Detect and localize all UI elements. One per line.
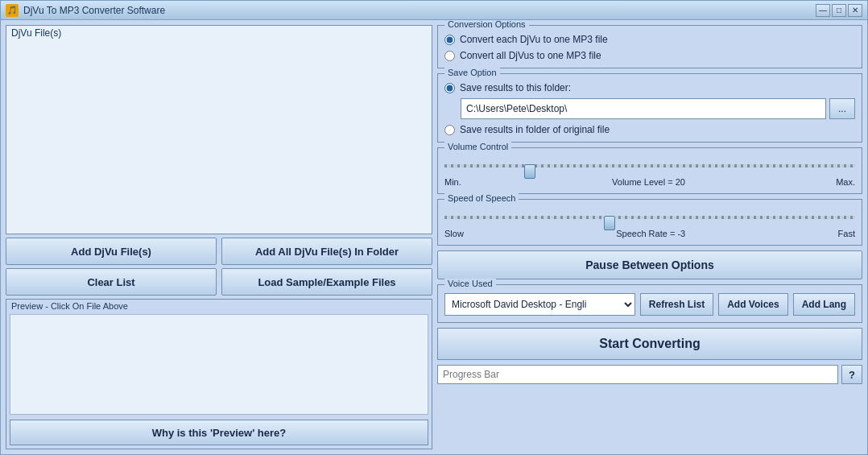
save-option-1-row: Save results to this folder:	[444, 82, 855, 93]
volume-control-section: Volume Control Min. Volume Level = 20 Ma…	[437, 147, 862, 194]
add-voices-button[interactable]: Add Voices	[718, 293, 787, 316]
speech-track	[444, 209, 855, 225]
file-list-label: DjVu File(s)	[11, 27, 61, 39]
start-converting-button[interactable]: Start Converting	[437, 328, 862, 360]
right-panel: Conversion Options Convert each DjVu to …	[437, 25, 862, 449]
conversion-options-section: Conversion Options Convert each DjVu to …	[437, 25, 862, 68]
save-radio-1[interactable]	[444, 83, 455, 93]
close-button[interactable]: ✕	[848, 4, 862, 17]
minimize-button[interactable]: —	[816, 4, 830, 17]
progress-row: ?	[437, 365, 862, 384]
preview-button[interactable]: Why is this 'Preview' here?	[10, 420, 428, 445]
file-list-area[interactable]	[6, 26, 432, 234]
title-bar: 🎵 DjVu To MP3 Converter Software — □ ✕	[1, 1, 867, 20]
speech-slider[interactable]	[444, 209, 855, 225]
voice-select[interactable]: Microsoft David Desktop - Engli	[444, 293, 635, 316]
volume-max-label: Max.	[836, 177, 855, 187]
speech-speed-section: Speed of Speech Slow Speech Rate = -3 Fa…	[437, 199, 862, 246]
browse-button[interactable]: ...	[829, 98, 855, 119]
add-lang-button[interactable]: Add Lang	[793, 293, 855, 316]
file-list-container: DjVu File(s)	[6, 25, 432, 234]
speech-labels: Slow Speech Rate = -3 Fast	[444, 229, 855, 238]
save-radio-2[interactable]	[444, 125, 455, 135]
folder-row: ...	[461, 98, 855, 119]
volume-labels: Min. Volume Level = 20 Max.	[444, 177, 855, 187]
clear-list-button[interactable]: Clear List	[6, 268, 217, 296]
speech-rate-label: Speech Rate = -3	[616, 229, 685, 238]
save-option-section: Save Option Save results to this folder:…	[437, 73, 862, 143]
pause-button[interactable]: Pause Between Options	[437, 250, 862, 279]
save-option-2-row: Save results in folder of original file	[444, 124, 855, 135]
button-row-2: Clear List Load Sample/Example Files	[6, 268, 432, 296]
speech-fast-label: Fast	[838, 229, 855, 238]
left-panel: DjVu File(s) Add DjVu File(s) Add All Dj…	[6, 25, 432, 449]
conversion-label-2: Convert all DjVus to one MP3 file	[460, 50, 601, 61]
help-button[interactable]: ?	[841, 365, 862, 384]
app-icon: 🎵	[6, 4, 19, 17]
main-window: 🎵 DjVu To MP3 Converter Software — □ ✕ D…	[0, 0, 868, 455]
volume-title: Volume Control	[444, 142, 511, 151]
conversion-label-1: Convert each DjVu to one MP3 file	[460, 34, 608, 45]
conversion-title: Conversion Options	[444, 20, 529, 29]
voice-row: Microsoft David Desktop - Engli Refresh …	[444, 293, 855, 316]
conversion-option-2-row: Convert all DjVus to one MP3 file	[444, 50, 855, 61]
refresh-list-button[interactable]: Refresh List	[640, 293, 713, 316]
volume-slider[interactable]	[444, 158, 855, 174]
button-row-1: Add DjVu File(s) Add All DjVu File(s) In…	[6, 238, 432, 265]
preview-box: Preview - Click On File Above Why is thi…	[6, 299, 432, 449]
save-title: Save Option	[444, 68, 500, 77]
volume-min-label: Min.	[444, 177, 461, 187]
speech-title: Speed of Speech	[444, 193, 519, 203]
save-label-1: Save results to this folder:	[460, 82, 571, 93]
volume-level-label: Volume Level = 20	[612, 177, 685, 187]
conversion-radio-1[interactable]	[444, 35, 455, 45]
volume-track	[444, 158, 855, 174]
save-label-2: Save results in folder of original file	[460, 124, 610, 135]
load-sample-button[interactable]: Load Sample/Example Files	[221, 268, 432, 296]
speech-slow-label: Slow	[444, 229, 464, 238]
progress-bar	[437, 365, 838, 384]
main-content: DjVu File(s) Add DjVu File(s) Add All Dj…	[1, 20, 867, 454]
folder-path-input[interactable]	[461, 98, 826, 119]
speech-slider-section: Slow Speech Rate = -3 Fast	[444, 209, 855, 238]
preview-inner	[10, 314, 428, 415]
volume-slider-section: Min. Volume Level = 20 Max.	[444, 158, 855, 187]
add-folder-button[interactable]: Add All DjVu File(s) In Folder	[221, 238, 432, 265]
preview-label: Preview - Click On File Above	[6, 300, 432, 312]
conversion-option-1-row: Convert each DjVu to one MP3 file	[444, 34, 855, 45]
maximize-button[interactable]: □	[832, 4, 846, 17]
voice-title: Voice Used	[444, 279, 496, 288]
conversion-radio-2[interactable]	[444, 51, 455, 61]
add-files-button[interactable]: Add DjVu File(s)	[6, 238, 217, 265]
window-controls: — □ ✕	[816, 4, 862, 17]
window-title: DjVu To MP3 Converter Software	[23, 5, 816, 16]
voice-section: Voice Used Microsoft David Desktop - Eng…	[437, 284, 862, 323]
